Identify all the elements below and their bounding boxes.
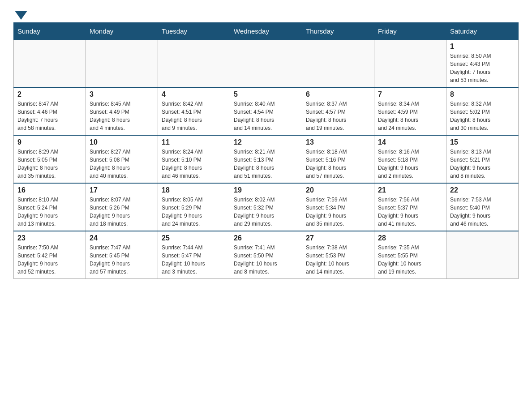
day-info: Sunrise: 8:47 AM Sunset: 4:46 PM Dayligh… [17,100,82,132]
day-info: Sunrise: 8:13 AM Sunset: 5:21 PM Dayligh… [450,148,515,180]
calendar-cell: 23Sunrise: 7:50 AM Sunset: 5:42 PM Dayli… [14,231,86,279]
calendar-header-sunday: Sunday [14,23,86,40]
day-info: Sunrise: 8:40 AM Sunset: 4:54 PM Dayligh… [234,100,298,132]
logo-top [13,9,27,20]
calendar-cell: 18Sunrise: 8:05 AM Sunset: 5:29 PM Dayli… [158,183,230,231]
calendar-cell: 4Sunrise: 8:42 AM Sunset: 4:51 PM Daylig… [158,87,230,135]
calendar-header-thursday: Thursday [302,23,374,40]
day-info: Sunrise: 8:10 AM Sunset: 5:24 PM Dayligh… [17,196,82,228]
day-info: Sunrise: 8:02 AM Sunset: 5:32 PM Dayligh… [234,196,298,228]
day-number: 7 [378,90,442,98]
calendar-cell: 8Sunrise: 8:32 AM Sunset: 5:02 PM Daylig… [446,87,519,135]
calendar-cell: 19Sunrise: 8:02 AM Sunset: 5:32 PM Dayli… [230,183,302,231]
day-info: Sunrise: 8:16 AM Sunset: 5:18 PM Dayligh… [378,148,442,180]
day-number: 27 [306,234,370,242]
calendar-cell: 20Sunrise: 7:59 AM Sunset: 5:34 PM Dayli… [302,183,374,231]
day-info: Sunrise: 8:37 AM Sunset: 4:57 PM Dayligh… [306,100,370,132]
calendar-header-friday: Friday [374,23,446,40]
day-info: Sunrise: 7:56 AM Sunset: 5:37 PM Dayligh… [378,196,442,228]
day-number: 2 [17,90,82,98]
calendar-cell: 1Sunrise: 8:50 AM Sunset: 4:43 PM Daylig… [446,40,519,88]
calendar-header-row: SundayMondayTuesdayWednesdayThursdayFrid… [14,23,519,40]
calendar-cell: 13Sunrise: 8:18 AM Sunset: 5:16 PM Dayli… [302,135,374,183]
day-info: Sunrise: 8:34 AM Sunset: 4:59 PM Dayligh… [378,100,442,132]
day-number: 6 [306,90,370,98]
calendar-cell: 28Sunrise: 7:35 AM Sunset: 5:55 PM Dayli… [374,231,446,279]
calendar-header-wednesday: Wednesday [230,23,302,40]
day-number: 3 [90,90,154,98]
calendar-cell: 11Sunrise: 8:24 AM Sunset: 5:10 PM Dayli… [158,135,230,183]
calendar-cell: 12Sunrise: 8:21 AM Sunset: 5:13 PM Dayli… [230,135,302,183]
day-number: 25 [162,234,226,242]
day-info: Sunrise: 8:05 AM Sunset: 5:29 PM Dayligh… [162,196,226,228]
calendar-cell: 15Sunrise: 8:13 AM Sunset: 5:21 PM Dayli… [446,135,519,183]
calendar-cell: 3Sunrise: 8:45 AM Sunset: 4:49 PM Daylig… [86,87,158,135]
calendar-cell: 14Sunrise: 8:16 AM Sunset: 5:18 PM Dayli… [374,135,446,183]
logo [13,9,27,18]
calendar-cell: 25Sunrise: 7:44 AM Sunset: 5:47 PM Dayli… [158,231,230,279]
calendar-cell: 27Sunrise: 7:38 AM Sunset: 5:53 PM Dayli… [302,231,374,279]
day-number: 21 [378,186,442,194]
day-info: Sunrise: 8:21 AM Sunset: 5:13 PM Dayligh… [234,148,298,180]
day-number: 5 [234,90,298,98]
day-number: 22 [450,186,515,194]
day-number: 8 [450,90,515,98]
calendar-cell: 10Sunrise: 8:27 AM Sunset: 5:08 PM Dayli… [86,135,158,183]
calendar-week-row: 23Sunrise: 7:50 AM Sunset: 5:42 PM Dayli… [14,231,519,279]
calendar-cell [158,40,230,88]
day-number: 16 [17,186,82,194]
day-number: 1 [450,43,515,51]
calendar-cell [374,40,446,88]
calendar-cell: 9Sunrise: 8:29 AM Sunset: 5:05 PM Daylig… [14,135,86,183]
calendar-table: SundayMondayTuesdayWednesdayThursdayFrid… [13,22,519,279]
day-number: 18 [162,186,226,194]
day-info: Sunrise: 7:41 AM Sunset: 5:50 PM Dayligh… [234,244,298,276]
day-number: 14 [378,138,442,146]
day-info: Sunrise: 7:47 AM Sunset: 5:45 PM Dayligh… [90,244,154,276]
day-number: 12 [234,138,298,146]
calendar-cell [14,40,86,88]
calendar-header-tuesday: Tuesday [158,23,230,40]
day-info: Sunrise: 8:42 AM Sunset: 4:51 PM Dayligh… [162,100,226,132]
calendar-cell: 2Sunrise: 8:47 AM Sunset: 4:46 PM Daylig… [14,87,86,135]
calendar-cell: 16Sunrise: 8:10 AM Sunset: 5:24 PM Dayli… [14,183,86,231]
calendar-cell [446,231,519,279]
day-info: Sunrise: 8:50 AM Sunset: 4:43 PM Dayligh… [450,52,515,84]
day-number: 20 [306,186,370,194]
day-number: 15 [450,138,515,146]
calendar-cell [86,40,158,88]
calendar-week-row: 1Sunrise: 8:50 AM Sunset: 4:43 PM Daylig… [14,40,519,88]
day-number: 17 [90,186,154,194]
day-info: Sunrise: 7:50 AM Sunset: 5:42 PM Dayligh… [17,244,82,276]
day-info: Sunrise: 8:07 AM Sunset: 5:26 PM Dayligh… [90,196,154,228]
calendar-cell: 6Sunrise: 8:37 AM Sunset: 4:57 PM Daylig… [302,87,374,135]
day-number: 11 [162,138,226,146]
day-info: Sunrise: 7:35 AM Sunset: 5:55 PM Dayligh… [378,244,442,276]
logo-arrow-icon [15,11,27,20]
day-info: Sunrise: 7:38 AM Sunset: 5:53 PM Dayligh… [306,244,370,276]
calendar-cell: 7Sunrise: 8:34 AM Sunset: 4:59 PM Daylig… [374,87,446,135]
day-info: Sunrise: 8:29 AM Sunset: 5:05 PM Dayligh… [17,148,82,180]
calendar-cell [230,40,302,88]
calendar-cell: 24Sunrise: 7:47 AM Sunset: 5:45 PM Dayli… [86,231,158,279]
day-info: Sunrise: 8:27 AM Sunset: 5:08 PM Dayligh… [90,148,154,180]
calendar-week-row: 9Sunrise: 8:29 AM Sunset: 5:05 PM Daylig… [14,135,519,183]
calendar-header-monday: Monday [86,23,158,40]
day-number: 19 [234,186,298,194]
calendar-cell: 5Sunrise: 8:40 AM Sunset: 4:54 PM Daylig… [230,87,302,135]
day-number: 4 [162,90,226,98]
day-number: 28 [378,234,442,242]
day-info: Sunrise: 7:44 AM Sunset: 5:47 PM Dayligh… [162,244,226,276]
day-number: 10 [90,138,154,146]
calendar-cell: 17Sunrise: 8:07 AM Sunset: 5:26 PM Dayli… [86,183,158,231]
page-header [13,9,519,18]
day-info: Sunrise: 8:18 AM Sunset: 5:16 PM Dayligh… [306,148,370,180]
day-info: Sunrise: 7:53 AM Sunset: 5:40 PM Dayligh… [450,196,515,228]
day-number: 26 [234,234,298,242]
day-number: 24 [90,234,154,242]
calendar-week-row: 2Sunrise: 8:47 AM Sunset: 4:46 PM Daylig… [14,87,519,135]
day-number: 9 [17,138,82,146]
calendar-week-row: 16Sunrise: 8:10 AM Sunset: 5:24 PM Dayli… [14,183,519,231]
day-info: Sunrise: 7:59 AM Sunset: 5:34 PM Dayligh… [306,196,370,228]
calendar-header-saturday: Saturday [446,23,519,40]
